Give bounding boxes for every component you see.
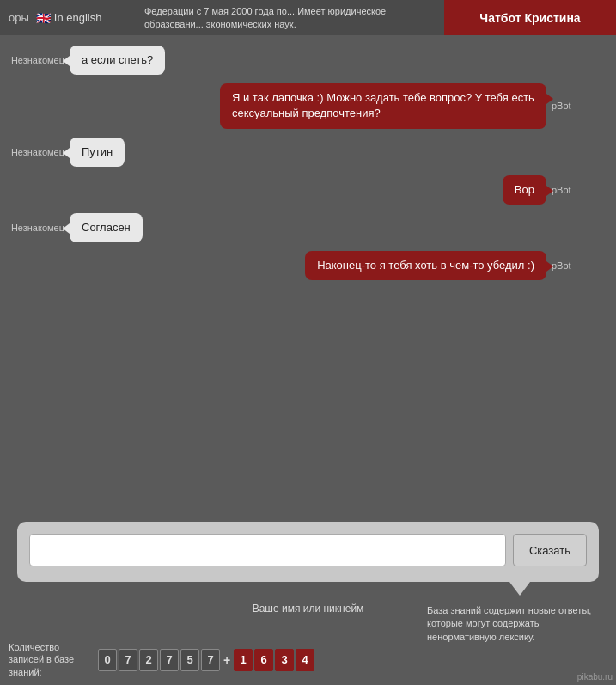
digit-box-highlight: 1	[234, 649, 253, 671]
message-bubble: Наконец-то я тебя хоть в чем-то убедил :…	[305, 251, 546, 280]
digit-box: 7	[160, 649, 179, 671]
message-row: НезнакомецПутин	[9, 138, 607, 167]
digit-box-highlight: 3	[275, 649, 294, 671]
watermark: pikabu.ru	[577, 672, 613, 682]
message-row: pBotНаконец-то я тебя хоть в чем-то убед…	[9, 251, 607, 280]
digit-box-highlight: 6	[254, 649, 273, 671]
message-bubble: Путин	[70, 138, 125, 167]
chat-input[interactable]	[29, 534, 506, 566]
digit-box: 2	[139, 649, 158, 671]
digit-box: 7	[119, 649, 137, 671]
message-row: Незнакомеца если спеть?	[9, 46, 607, 75]
sender-name: Незнакомец	[9, 55, 64, 65]
info-text: Федерации с 7 мая 2000 года по... Имеет …	[144, 5, 412, 30]
top-bar-left: оры 🇬🇧 In english	[0, 11, 101, 25]
message-row: НезнакомецСогласен	[9, 213, 607, 242]
sender-name: Незнакомец	[9, 223, 64, 233]
message-bubble: Согласен	[70, 213, 143, 242]
nickname-label: Ваше имя или никнейм	[253, 602, 364, 615]
message-bubble: Вор	[503, 175, 546, 205]
message-bubble: а если спеть?	[70, 46, 165, 75]
sender-name: pBot	[552, 260, 607, 271]
top-bar: оры 🇬🇧 In english Федерации с 7 мая 2000…	[0, 0, 616, 35]
digit-box: 7	[201, 649, 220, 671]
input-area: Сказать	[17, 522, 599, 582]
record-label: Количество записей в базе знаний:	[9, 641, 95, 678]
english-link[interactable]: 🇬🇧 In english	[36, 11, 102, 25]
sender-name: Незнакомец	[9, 147, 64, 157]
flag-icon: 🇬🇧	[36, 11, 51, 25]
plus-sign: +	[223, 653, 230, 667]
digit-box: 5	[180, 649, 199, 671]
digits-highlight: 1634	[234, 649, 314, 671]
digit-box: 0	[98, 649, 117, 671]
chat-messages: Незнакомеца если спеть?pBotЯ и так лапоч…	[0, 35, 616, 289]
english-label: In english	[54, 11, 102, 24]
digit-box-highlight: 4	[296, 649, 314, 671]
input-row: Сказать	[29, 534, 587, 566]
record-count-area: Количество записей в базе знаний: 072757…	[9, 641, 607, 678]
chat-area: Незнакомеца если спеть?pBotЯ и так лапоч…	[0, 35, 616, 479]
message-row: pBotВор	[9, 175, 607, 205]
kb-info: База знаний содержит новые ответы, котор…	[427, 604, 599, 644]
sender-name: pBot	[552, 185, 607, 195]
message-row: pBotЯ и так лапочка :) Можно задать тебе…	[9, 83, 607, 128]
chatbot-button[interactable]: Чатбот Кристина	[444, 0, 616, 35]
send-button[interactable]: Сказать	[513, 534, 587, 566]
digits-normal: 072757	[98, 649, 220, 671]
top-bar-info: Федерации с 7 мая 2000 года по... Имеет …	[137, 0, 418, 35]
sender-name: pBot	[552, 101, 607, 111]
message-bubble: Я и так лапочка :) Можно задать тебе воп…	[220, 83, 546, 128]
nav-label: оры	[9, 11, 29, 24]
